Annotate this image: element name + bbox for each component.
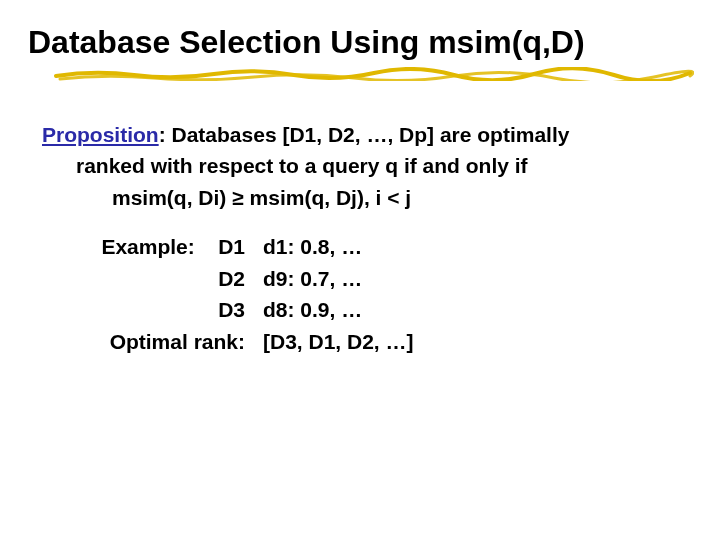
example-db-3: D3 (38, 294, 263, 326)
scribble-icon (54, 67, 694, 81)
slide-title: Database Selection Using msim(q,D) (28, 24, 692, 61)
example-block: Example: D1 d1: 0.8, … D2 d9: 0.7, … D3 … (38, 231, 682, 357)
example-db-1: D1 (218, 235, 245, 258)
example-row-3: D3 d8: 0.9, … (38, 294, 682, 326)
example-db-2: D2 (38, 263, 263, 295)
example-val-3: d8: 0.9, … (263, 294, 682, 326)
proposition-text-1: : Databases [D1, D2, …, Dp] are optimall… (159, 123, 570, 146)
example-row-optimal: Optimal rank: [D3, D1, D2, …] (38, 326, 682, 358)
example-label: Example: (101, 235, 194, 258)
example-val-2: d9: 0.7, … (263, 263, 682, 295)
example-row-1: Example: D1 d1: 0.8, … (38, 231, 682, 263)
proposition-line-3: msim(q, Di) ≥ msim(q, Dj), i < j (112, 182, 682, 214)
example-row-2: D2 d9: 0.7, … (38, 263, 682, 295)
optimal-value: [D3, D1, D2, …] (263, 326, 682, 358)
example-val-1: d1: 0.8, … (263, 231, 682, 263)
proposition-label: Proposition (42, 123, 159, 146)
title-underline (54, 67, 692, 81)
slide-body: Proposition: Databases [D1, D2, …, Dp] a… (28, 119, 692, 358)
proposition-line-2: ranked with respect to a query q if and … (76, 150, 682, 182)
optimal-label: Optimal rank: (38, 326, 263, 358)
proposition-line-1: Proposition: Databases [D1, D2, …, Dp] a… (42, 119, 682, 151)
slide: Database Selection Using msim(q,D) Propo… (0, 0, 720, 540)
example-left-1: Example: D1 (38, 231, 263, 263)
